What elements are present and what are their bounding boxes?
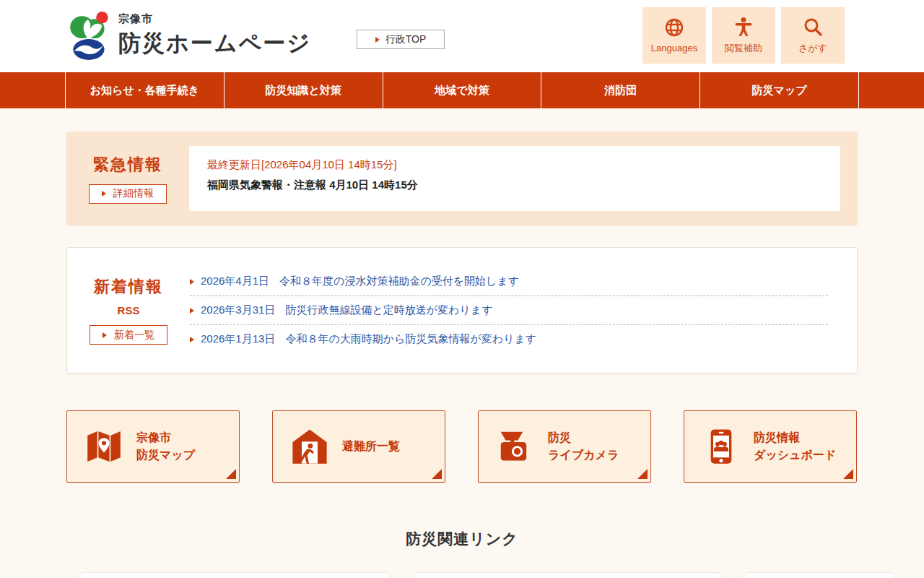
rss-link[interactable]: RSS xyxy=(67,304,190,316)
emergency-detail-button[interactable]: 詳細情報 xyxy=(89,184,167,204)
site-brand: 宗像市 防災ホームページ xyxy=(118,12,311,59)
info-dashboard-card[interactable]: 防災情報 ダッシュボード xyxy=(684,410,857,483)
globe-icon xyxy=(664,17,684,38)
news-list-button[interactable]: 新着一覧 xyxy=(90,325,167,345)
arrow-right-icon xyxy=(190,279,194,285)
news-list: 2026年4月1日 令和８年度の浸水対策補助金の受付を開始します 2026年3月… xyxy=(190,267,828,353)
nav-item-community[interactable]: 地域で対策 xyxy=(383,72,541,108)
quick-link-cards: 宗像市 防災マップ 避難所一覧 xyxy=(66,410,858,483)
emergency-section: 緊急情報 詳細情報 最終更新日[2026年04月10日 14時15分] 福岡県気… xyxy=(66,131,858,225)
card-label-line1: 防災情報 xyxy=(754,429,836,447)
global-nav-inner: お知らせ・各種手続き 防災知識と対策 地域で対策 消防団 防災マップ xyxy=(65,72,859,108)
accessibility-icon xyxy=(733,17,754,37)
card-label: 避難所一覧 xyxy=(342,438,400,455)
arrow-right-icon xyxy=(375,37,380,43)
news-label-column: 新着情報 RSS 新着一覧 xyxy=(67,276,190,345)
arrow-right-icon xyxy=(103,332,107,338)
related-link-card[interactable] xyxy=(413,572,722,578)
related-links-title: 防災関連リンク xyxy=(0,529,924,549)
dashboard-icon xyxy=(702,427,741,466)
corner-arrow-icon xyxy=(432,469,442,479)
languages-button[interactable]: Languages xyxy=(642,7,706,64)
nav-item-fire-brigade[interactable]: 消防団 xyxy=(541,72,699,108)
camera-icon xyxy=(496,427,535,466)
news-section: 新着情報 RSS 新着一覧 2026年4月1日 令和８年度の浸水対策補助金の受付… xyxy=(66,247,858,374)
city-name: 宗像市 xyxy=(118,12,311,26)
admin-top-button[interactable]: 行政TOP xyxy=(357,30,445,49)
search-button[interactable]: さがす xyxy=(781,7,845,64)
admin-top-label: 行政TOP xyxy=(385,33,427,46)
card-label-line2: ダッシュボード xyxy=(754,447,836,464)
header: 宗像市 防災ホームページ 行政TOP Languages xyxy=(0,0,924,72)
map-icon xyxy=(84,427,123,466)
corner-arrow-icon xyxy=(843,469,853,479)
card-label-line2: 防災マップ xyxy=(136,447,195,464)
page: 宗像市 防災ホームページ 行政TOP Languages xyxy=(0,0,924,578)
card-label: 宗像市 防災マップ xyxy=(136,429,195,464)
site-title: 防災ホームページ xyxy=(118,28,311,59)
news-text: 令和８年度の浸水対策補助金の受付を開始します xyxy=(279,275,519,288)
related-link-card[interactable] xyxy=(79,572,390,578)
hazard-map-card[interactable]: 宗像市 防災マップ xyxy=(66,410,240,483)
arrow-right-icon xyxy=(190,308,194,314)
nav-item-hazard-map[interactable]: 防災マップ xyxy=(699,72,859,108)
news-date: 2026年4月1日 xyxy=(201,275,269,288)
emergency-title: 緊急情報 xyxy=(66,154,189,176)
emergency-detail-label: 詳細情報 xyxy=(113,187,154,200)
card-label-line1: 防災 xyxy=(548,429,619,447)
shelter-list-card[interactable]: 避難所一覧 xyxy=(272,410,445,483)
search-label: さがす xyxy=(798,42,827,55)
corner-arrow-icon xyxy=(637,469,648,479)
card-label: 防災 ライブカメラ xyxy=(548,429,619,464)
global-nav: お知らせ・各種手続き 防災知識と対策 地域で対策 消防団 防災マップ xyxy=(0,72,924,108)
emergency-updated-at: 最終更新日[2026年04月10日 14時15分] xyxy=(207,158,822,172)
emergency-message-box: 最終更新日[2026年04月10日 14時15分] 福岡県気象警報・注意報 4月… xyxy=(189,146,840,211)
card-label-line2: ライブカメラ xyxy=(548,447,619,464)
related-link-card[interactable] xyxy=(744,572,895,578)
live-camera-card[interactable]: 防災 ライブカメラ xyxy=(478,410,651,483)
arrow-right-icon xyxy=(102,191,106,197)
nav-item-notices[interactable]: お知らせ・各種手続き xyxy=(65,72,224,108)
news-item[interactable]: 2026年4月1日 令和８年度の浸水対策補助金の受付を開始します xyxy=(190,267,828,296)
arrow-right-icon xyxy=(190,337,194,342)
languages-label: Languages xyxy=(651,43,697,53)
emergency-headline[interactable]: 福岡県気象警報・注意報 4月10日 14時15分 xyxy=(207,178,822,192)
news-date: 2026年3月31日 xyxy=(201,303,275,317)
card-label-line1: 宗像市 xyxy=(136,429,195,447)
news-date: 2026年1月13日 xyxy=(201,332,275,346)
news-text: 令和８年の大雨時期から防災気象情報が変わります xyxy=(285,332,536,346)
news-title: 新着情報 xyxy=(67,276,190,298)
accessibility-button[interactable]: 閲覧補助 xyxy=(712,7,775,64)
news-list-label: 新着一覧 xyxy=(114,329,154,342)
shelter-icon xyxy=(290,427,329,466)
news-item[interactable]: 2026年3月31日 防災行政無線設備と定時放送が変わります xyxy=(190,296,828,324)
news-item[interactable]: 2026年1月13日 令和８年の大雨時期から防災気象情報が変わります xyxy=(190,324,828,353)
card-label-line1: 避難所一覧 xyxy=(342,438,400,455)
nav-item-knowledge[interactable]: 防災知識と対策 xyxy=(224,72,383,108)
munakata-city-logo xyxy=(66,11,114,61)
search-icon xyxy=(803,17,823,37)
news-text: 防災行政無線設備と定時放送が変わります xyxy=(285,303,492,317)
emergency-label-column: 緊急情報 詳細情報 xyxy=(66,154,189,204)
accessibility-label: 閲覧補助 xyxy=(725,42,762,55)
corner-arrow-icon xyxy=(226,469,236,479)
card-label: 防災情報 ダッシュボード xyxy=(754,429,836,464)
utility-buttons: Languages 閲覧補助 さがす xyxy=(642,7,845,64)
